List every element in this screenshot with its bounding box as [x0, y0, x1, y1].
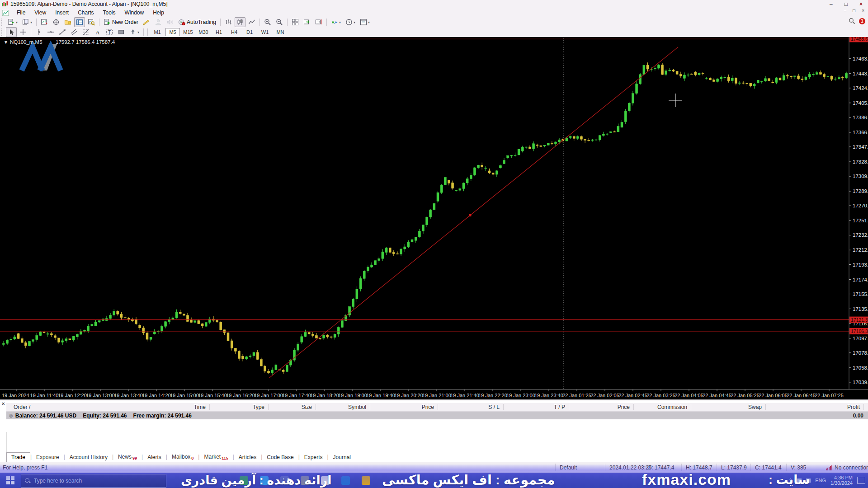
arrows-dropdown-icon[interactable]: ▾ [137, 30, 139, 34]
fibonacci-button[interactable] [80, 27, 91, 37]
taskbar-app-icon-3[interactable] [301, 476, 309, 485]
navigator-button[interactable] [62, 17, 73, 27]
column-header-commission[interactable]: Commission [619, 404, 687, 410]
menu-tools[interactable]: Tools [99, 9, 120, 17]
menu-view[interactable]: View [30, 9, 51, 17]
indicators-button[interactable]: ▾ [329, 17, 343, 27]
timeframe-mn[interactable]: MN [273, 28, 288, 36]
templates-dropdown-icon[interactable]: ▾ [368, 20, 370, 24]
cursor-button[interactable] [6, 27, 17, 37]
terminal-close-icon[interactable]: ✕ [1, 401, 5, 406]
crosshair-button[interactable] [18, 27, 28, 37]
timeframe-m5[interactable]: M5 [165, 28, 180, 36]
indicators-dropdown-icon[interactable]: ▾ [339, 20, 341, 24]
clock[interactable]: 4:36 PM 1/30/2024 [830, 475, 853, 486]
menu-insert[interactable]: Insert [51, 9, 73, 17]
bar-chart-button[interactable] [223, 17, 234, 27]
new-chart-button[interactable]: ▾ [6, 17, 19, 27]
tab-trade[interactable]: Trade [6, 452, 30, 462]
column-header-price[interactable]: Price [366, 404, 434, 410]
maximize-button[interactable]: □ [844, 0, 848, 8]
text-button[interactable]: A [92, 27, 103, 37]
tab-mailbox[interactable]: Mailbox8 [167, 452, 198, 462]
column-header-s-l[interactable]: S / L [432, 404, 500, 410]
minimize-button[interactable]: – [830, 0, 833, 8]
tab-market[interactable]: Market115 [199, 452, 232, 462]
timeframe-d1[interactable]: D1 [242, 28, 257, 36]
toolbar-grip[interactable] [1, 19, 4, 26]
taskbar-search-input[interactable]: Type here to search [21, 474, 166, 488]
taskbar-app-icon-0[interactable] [240, 476, 248, 485]
network-icon[interactable] [797, 479, 802, 483]
column-header-swap[interactable]: Swap [694, 404, 762, 410]
zoom-in-button[interactable] [262, 17, 273, 27]
experts-button[interactable] [153, 17, 164, 27]
taskbar-app-icon-2[interactable] [280, 476, 289, 485]
menu-window[interactable]: Window [120, 9, 149, 17]
status-segment-0[interactable]: Default [560, 465, 577, 471]
candlestick-chart[interactable]: 17463.017443.517424.517405.017386.017366… [0, 37, 868, 399]
chart-minimize-button[interactable]: – [844, 8, 847, 13]
tab-code-base[interactable]: Code Base [262, 453, 298, 462]
periods-button[interactable]: ▾ [344, 17, 357, 27]
column-header-t-p[interactable]: T / P [497, 404, 565, 410]
market-watch-button[interactable] [39, 17, 50, 27]
menu-charts[interactable]: Charts [73, 9, 98, 17]
line-chart-button[interactable] [246, 17, 257, 27]
timeframe-h1[interactable]: H1 [212, 28, 226, 36]
toolbar-grip[interactable] [1, 28, 4, 36]
menu-file[interactable]: File [12, 9, 30, 17]
tab-exposure[interactable]: Exposure [32, 453, 64, 462]
close-button[interactable]: × [859, 0, 863, 8]
auto-scroll-button[interactable] [302, 17, 312, 27]
column-header-order-[interactable]: Order / [14, 404, 30, 410]
tab-account-history[interactable]: Account History [65, 453, 112, 462]
candlestick-button[interactable] [235, 17, 245, 27]
hline-button[interactable] [45, 27, 56, 37]
autotrading-button[interactable]: AutoTrading [176, 17, 218, 27]
tile-windows-button[interactable] [290, 17, 301, 27]
chart-restore-button[interactable]: □ [853, 8, 855, 13]
periods-dropdown-icon[interactable]: ▾ [354, 20, 355, 24]
trendline-button[interactable] [57, 27, 68, 37]
column-header-symbol[interactable]: Symbol [298, 404, 366, 410]
column-header-profit[interactable]: Profit [792, 404, 860, 410]
metaeditor-button[interactable] [141, 17, 152, 27]
notification-badge[interactable]: 1 [859, 18, 865, 24]
vline-button[interactable] [33, 27, 44, 37]
new-order-button[interactable]: New Order [102, 17, 140, 27]
tab-news[interactable]: News99 [113, 452, 142, 462]
timeframe-m15[interactable]: M15 [181, 28, 195, 36]
label-button[interactable]: T [104, 27, 115, 37]
start-button[interactable] [6, 476, 14, 484]
chart-area[interactable]: 17463.017443.517424.517405.017386.017366… [0, 37, 868, 399]
tab-journal[interactable]: Journal [329, 453, 355, 462]
tab-experts[interactable]: Experts [300, 453, 327, 462]
timeframe-m1[interactable]: M1 [150, 28, 165, 36]
arrows-button[interactable]: ▾ [127, 27, 141, 37]
tab-alerts[interactable]: Alerts [143, 453, 166, 462]
chart-close-button[interactable]: × [862, 8, 864, 13]
timeframe-w1[interactable]: W1 [258, 28, 272, 36]
taskbar-app-icon-5[interactable] [341, 476, 350, 485]
column-header-time[interactable]: Time [138, 404, 206, 410]
tab-articles[interactable]: Articles [234, 453, 261, 462]
terminal-side-tab[interactable]: Terminal [0, 432, 7, 463]
chart-shift-button[interactable] [313, 17, 324, 27]
timeframe-h4[interactable]: H4 [227, 28, 241, 36]
profiles-button[interactable]: ▾ [20, 17, 34, 27]
language-indicator[interactable]: ENG [815, 478, 826, 483]
timeframe-m30[interactable]: M30 [196, 28, 211, 36]
status-segment-1[interactable]: 2024.01.22 03:25 [609, 465, 651, 471]
tray-chevron-icon[interactable]: ⌃ [788, 478, 793, 483]
sound-button[interactable] [165, 17, 175, 27]
data-window-button[interactable] [51, 17, 61, 27]
taskbar-app-icon-4[interactable] [321, 476, 330, 485]
search-icon[interactable] [849, 18, 855, 24]
strategy-tester-button[interactable] [86, 17, 97, 27]
menu-help[interactable]: Help [148, 9, 169, 17]
taskbar-app-icon-1[interactable] [260, 476, 269, 485]
channel-button[interactable] [69, 27, 80, 37]
speaker-icon[interactable] [806, 479, 811, 483]
zoom-out-button[interactable] [274, 17, 285, 27]
